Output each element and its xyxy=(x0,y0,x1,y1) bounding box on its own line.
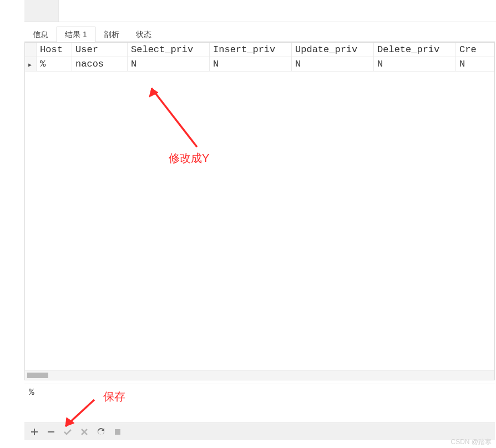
current-row-marker-icon: ▶ xyxy=(28,62,32,68)
stop-icon xyxy=(114,428,122,436)
refresh-icon xyxy=(97,427,105,436)
col-header-host[interactable]: Host xyxy=(37,43,72,57)
record-toolbar xyxy=(24,422,495,440)
col-header-user[interactable]: User xyxy=(72,43,128,57)
col-header-create-priv[interactable]: Cre xyxy=(456,43,494,57)
col-header-update-priv[interactable]: Update_priv xyxy=(292,43,374,57)
grid-header-row: Host User Select_priv Insert_priv Update… xyxy=(25,43,494,57)
col-header-insert-priv[interactable]: Insert_priv xyxy=(210,43,292,57)
cell-create-priv[interactable]: N xyxy=(456,57,494,72)
watermark: CSDN @踏寒 xyxy=(451,437,492,447)
delete-record-button[interactable] xyxy=(45,426,57,437)
refresh-button[interactable] xyxy=(95,426,107,437)
col-header-delete-priv[interactable]: Delete_priv xyxy=(374,43,456,57)
grid-horizontal-scrollbar[interactable] xyxy=(25,370,494,380)
result-grid[interactable]: Host User Select_priv Insert_priv Update… xyxy=(24,42,495,380)
cell-host[interactable]: % xyxy=(37,57,72,72)
minus-icon xyxy=(47,427,55,436)
record-info-text: % xyxy=(29,388,34,398)
row-handle[interactable]: ▶ xyxy=(25,57,37,72)
table-row[interactable]: ▶ % nacos N N N N N xyxy=(25,57,494,72)
apply-changes-button[interactable] xyxy=(62,426,73,437)
svg-rect-1 xyxy=(115,429,120,435)
cell-select-priv[interactable]: N xyxy=(128,57,210,72)
scrollbar-thumb[interactable] xyxy=(27,373,48,378)
stop-button[interactable] xyxy=(112,426,123,437)
editor-gutter xyxy=(24,0,59,22)
tab-status[interactable]: 状态 xyxy=(128,27,160,42)
result-tabs: 信息 结果 1 剖析 状态 xyxy=(24,27,495,42)
cell-user[interactable]: nacos xyxy=(72,57,128,72)
x-icon xyxy=(80,428,88,436)
check-icon xyxy=(63,427,72,436)
tab-profile[interactable]: 剖析 xyxy=(95,27,128,42)
row-handle-header xyxy=(25,43,37,57)
add-record-button[interactable] xyxy=(29,426,40,437)
cancel-changes-button[interactable] xyxy=(79,426,90,437)
editor-divider xyxy=(24,22,496,22)
svg-rect-0 xyxy=(48,431,54,432)
cell-insert-priv[interactable]: N xyxy=(210,57,292,72)
col-header-select-priv[interactable]: Select_priv xyxy=(128,43,210,57)
cell-delete-priv[interactable]: N xyxy=(374,57,456,72)
record-info-row: % xyxy=(24,384,495,421)
cell-update-priv[interactable]: N xyxy=(292,57,374,72)
plus-icon xyxy=(30,427,39,436)
tab-info[interactable]: 信息 xyxy=(24,27,57,42)
tab-result-1[interactable]: 结果 1 xyxy=(57,27,95,42)
